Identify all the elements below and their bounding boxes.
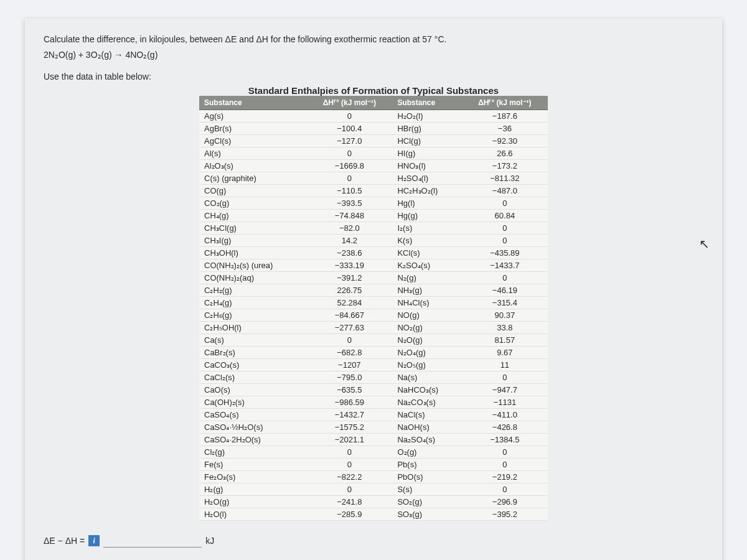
substance-cell: Fe₂O₃(s)	[199, 471, 306, 483]
table-row: CH₄(g)−74.848Hg(g)60.84	[199, 210, 548, 222]
enthalpy-table: Substance ΔHᶠ° (kJ mol⁻¹) Substance ΔHᶠ°…	[199, 96, 548, 521]
substance-cell: Ca(s)	[199, 334, 306, 347]
question-prompt: Calculate the difference, in kilojoules,…	[44, 34, 703, 46]
th-value-1: ΔHᶠ° (kJ mol⁻¹)	[306, 96, 392, 110]
value-cell: 0	[462, 371, 548, 384]
value-cell: −74.848	[306, 210, 392, 222]
value-cell: −36	[462, 123, 548, 135]
substance-cell: CaBr₂(s)	[199, 347, 306, 359]
value-cell: −46.19	[462, 284, 548, 297]
substance-cell: HC₂H₃O₂(l)	[392, 185, 461, 197]
table-row: H₂O(g)−241.8SO₂(g)−296.9	[199, 496, 548, 508]
value-cell: 0	[462, 197, 548, 210]
substance-cell: CaO(s)	[199, 384, 306, 396]
substance-cell: Fe(s)	[199, 459, 306, 471]
value-cell: 0	[462, 272, 548, 284]
answer-label: ΔE − ΔH =	[44, 536, 85, 546]
value-cell: 26.6	[462, 147, 548, 160]
value-cell: −393.5	[306, 197, 392, 210]
value-cell: −187.6	[462, 110, 548, 123]
value-cell: −947.7	[462, 384, 548, 396]
answer-unit: kJ	[205, 536, 214, 546]
substance-cell: NH₄Cl(s)	[392, 297, 461, 309]
substance-cell: NaHCO₃(s)	[392, 384, 461, 396]
value-cell: −82.0	[306, 222, 392, 235]
answer-input[interactable]	[103, 533, 202, 548]
table-row: Ca(OH)₂(s)−986.59Na₂CO₃(s)−1131	[199, 396, 548, 409]
table-row: CH₃Cl(g)−82.0I₂(s)0	[199, 222, 548, 235]
value-cell: 0	[306, 110, 392, 123]
value-cell: −100.4	[306, 123, 392, 135]
substance-cell: NaCl(s)	[392, 409, 461, 421]
substance-cell: CaSO₄(s)	[199, 409, 306, 421]
substance-cell: Ca(OH)₂(s)	[199, 396, 306, 409]
substance-cell: H₂O(l)	[199, 508, 306, 521]
table-row: H₂O(l)−285.9SO₃(g)−395.2	[199, 508, 548, 521]
value-cell: 0	[462, 483, 548, 496]
th-substance-2: Substance	[392, 96, 461, 110]
table-row: CO(g)−110.5HC₂H₃O₂(l)−487.0	[199, 185, 548, 197]
table-row: Fe(s)0Pb(s)0	[199, 459, 548, 471]
substance-cell: CO(g)	[199, 185, 306, 197]
value-cell: −811.32	[462, 172, 548, 185]
substance-cell: NO(g)	[392, 309, 461, 322]
substance-cell: NH₃(g)	[392, 284, 461, 297]
value-cell: −1384.5	[462, 434, 548, 446]
value-cell: −1207	[306, 359, 392, 371]
question-card: Calculate the difference, in kilojoules,…	[25, 19, 722, 560]
substance-cell: CH₃I(g)	[199, 235, 306, 247]
substance-cell: HCl(g)	[392, 135, 461, 147]
value-cell: −1433.7	[462, 259, 548, 272]
value-cell: 60.84	[462, 210, 548, 222]
value-cell: −296.9	[462, 496, 548, 508]
substance-cell: CaSO₄·½H₂O(s)	[199, 421, 306, 434]
substance-cell: C₂H₅OH(l)	[199, 322, 306, 334]
table-row: C₂H₅OH(l)−277.63NO₂(g)33.8	[199, 322, 548, 334]
value-cell: −241.8	[306, 496, 392, 508]
value-cell: 0	[306, 147, 392, 160]
info-icon[interactable]: i	[88, 535, 100, 546]
value-cell: −285.9	[306, 508, 392, 521]
table-row: CaSO₄(s)−1432.7NaCl(s)−411.0	[199, 409, 548, 421]
value-cell: 14.2	[306, 235, 392, 247]
substance-cell: CaSO₄·2H₂O(s)	[199, 434, 306, 446]
substance-cell: C₂H₆(g)	[199, 309, 306, 322]
table-row: AgCl(s)−127.0HCl(g)−92.30	[199, 135, 548, 147]
table-row: C₂H₆(g)−84.667NO(g)90.37	[199, 309, 548, 322]
substance-cell: CH₄(g)	[199, 210, 306, 222]
value-cell: −1669.8	[306, 160, 392, 172]
table-caption: Standard Enthalpies of Formation of Typi…	[44, 85, 703, 96]
substance-cell: H₂(g)	[199, 483, 306, 496]
table-row: Fe₂O₃(s)−822.2PbO(s)−219.2	[199, 471, 548, 483]
substance-cell: CaCl₂(s)	[199, 371, 306, 384]
substance-cell: Pb(s)	[392, 459, 461, 471]
table-row: Al₂O₃(s)−1669.8HNO₃(l)−173.2	[199, 160, 548, 172]
table-row: CaSO₄·½H₂O(s)−1575.2NaOH(s)−426.8	[199, 421, 548, 434]
value-cell: −435.89	[462, 247, 548, 259]
substance-cell: CH₃Cl(g)	[199, 222, 306, 235]
table-row: Ca(s)0N₂O(g)81.57	[199, 334, 548, 347]
table-row: Ag(s)0H₂O₂(l)−187.6	[199, 110, 548, 123]
value-cell: −682.8	[306, 347, 392, 359]
value-cell: −635.5	[306, 384, 392, 396]
substance-cell: CO₂(g)	[199, 197, 306, 210]
value-cell: 0	[462, 446, 548, 459]
value-cell: 0	[462, 222, 548, 235]
table-row: CaCl₂(s)−795.0Na(s)0	[199, 371, 548, 384]
table-row: H₂(g)0S(s)0	[199, 483, 548, 496]
table-row: CaCO₃(s)−1207N₂O₅(g)11	[199, 359, 548, 371]
value-cell: 0	[462, 235, 548, 247]
substance-cell: N₂O₄(g)	[392, 347, 461, 359]
value-cell: −173.2	[462, 160, 548, 172]
substance-cell: Na₂SO₄(s)	[392, 434, 461, 446]
value-cell: −238.6	[306, 247, 392, 259]
table-row: CO(NH₂)₂(aq)−391.2N₂(g)0	[199, 272, 548, 284]
substance-cell: HBr(g)	[392, 123, 461, 135]
table-row: Cl₂(g)0O₂(g)0	[199, 446, 548, 459]
value-cell: −110.5	[306, 185, 392, 197]
substance-cell: Hg(l)	[392, 197, 461, 210]
substance-cell: Cl₂(g)	[199, 446, 306, 459]
value-cell: 52.284	[306, 297, 392, 309]
th-value-2: ΔHᶠ° (kJ mol⁻¹)	[462, 96, 548, 110]
substance-cell: AgBr(s)	[199, 123, 306, 135]
